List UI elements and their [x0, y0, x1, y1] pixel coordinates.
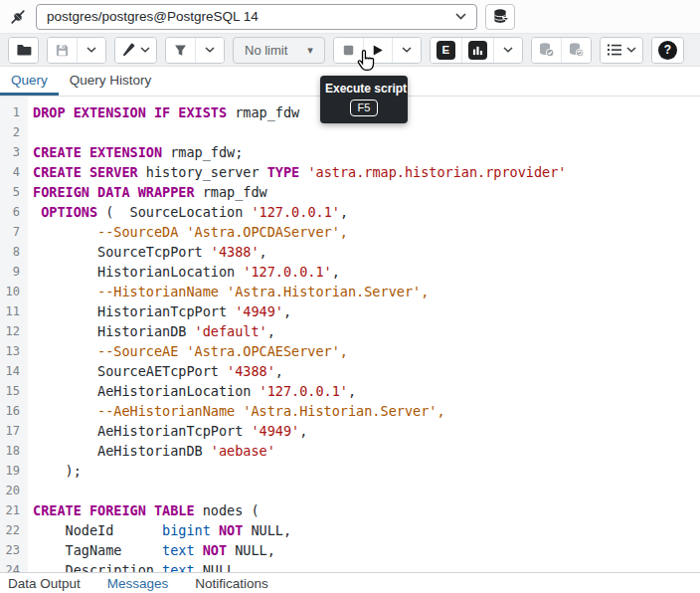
- query-toolbar: No limit ▾ E: [0, 34, 700, 67]
- line-number: 16: [0, 401, 28, 421]
- save-button-group: [47, 37, 106, 64]
- macro-dropdown-button[interactable]: [601, 38, 642, 63]
- macro-icon: [607, 43, 622, 57]
- line-number: 12: [0, 321, 28, 341]
- code-line: 4CREATE SERVER history_server TYPE 'astr…: [0, 162, 700, 182]
- filter-icon: [173, 43, 188, 58]
- filter-dropdown-button[interactable]: [195, 38, 224, 63]
- line-number: 18: [0, 441, 28, 461]
- explain-icon: E: [437, 41, 455, 60]
- chevron-down-icon: [87, 47, 96, 53]
- sql-editor[interactable]: 1DROP EXTENSION IF EXISTS rmap_fdw23CREA…: [0, 97, 700, 572]
- chevron-down-icon: [626, 47, 636, 53]
- edit-button-group: [114, 37, 157, 64]
- output-tab-bar: Data Output Messages Notifications: [0, 572, 700, 593]
- code-line: 10 --HistorianName 'Astra.Historian.Serv…: [0, 282, 700, 301]
- code-line: 12 HistorianDB 'default',: [0, 321, 700, 341]
- execute-script-tooltip: Execute script F5: [320, 76, 408, 123]
- code-line: 11 HistorianTcpPort '4949',: [0, 301, 700, 321]
- line-number: 3: [0, 142, 28, 162]
- line-number: 14: [0, 361, 28, 381]
- line-number: 23: [0, 540, 28, 560]
- commit-button[interactable]: [532, 38, 561, 63]
- new-connection-button[interactable]: [485, 4, 515, 30]
- code-line: 9 HistorianLocation '127.0.0.1',: [0, 262, 700, 282]
- explain-button[interactable]: E: [431, 38, 461, 63]
- tab-messages[interactable]: Messages: [107, 576, 169, 591]
- line-number: 9: [0, 262, 28, 282]
- code-line: 21CREATE FOREIGN TABLE nodes (: [0, 500, 700, 520]
- connection-select-value: postgres/postgres@PostgreSQL 14: [47, 9, 259, 24]
- connection-status-icon: [8, 7, 28, 27]
- caret-down-icon: ▾: [307, 44, 313, 57]
- save-button[interactable]: [48, 38, 77, 63]
- execute-button-group: [333, 37, 422, 64]
- tooltip-label: Execute script: [325, 82, 403, 96]
- tab-notifications[interactable]: Notifications: [195, 576, 268, 591]
- code-line: 13 --SourceAE 'Astra.OPCAEServer',: [0, 341, 700, 361]
- line-number: 15: [0, 381, 28, 401]
- code-line: 15 AeHistorianLocation '127.0.0.1',: [0, 381, 700, 401]
- code-line: 14 SourceAETcpPort '4388',: [0, 361, 700, 381]
- file-button-group: [8, 37, 39, 64]
- tab-query[interactable]: Query: [0, 67, 59, 96]
- filter-button-group: [165, 37, 225, 64]
- code-line: 7 --SourceDA 'Astra.OPCDAServer',: [0, 222, 700, 242]
- line-number: 21: [0, 500, 28, 520]
- help-button[interactable]: ?: [652, 38, 683, 63]
- open-file-icon: [16, 42, 32, 58]
- code-line: 22 NodeId bigint NOT NULL,: [0, 520, 700, 540]
- line-number: 20: [0, 481, 28, 500]
- line-number: 6: [0, 202, 28, 222]
- commit-icon: [538, 42, 555, 58]
- save-icon: [55, 43, 70, 58]
- line-number: 17: [0, 421, 28, 441]
- line-number: 11: [0, 301, 28, 321]
- filter-button[interactable]: [166, 38, 195, 63]
- line-number: 24: [0, 560, 28, 572]
- explain-button-group: E: [430, 37, 523, 64]
- code-line: 18 AeHistorianDB 'aebase': [0, 441, 700, 461]
- chevron-down-icon: [205, 47, 215, 53]
- edit-icon: [121, 43, 136, 58]
- chevron-down-icon: [455, 13, 466, 20]
- shortcut-key-badge: F5: [350, 99, 379, 116]
- execute-script-button[interactable]: [363, 38, 392, 63]
- code-line: 8 SourceTcpPort '4388',: [0, 242, 700, 262]
- tab-query-history[interactable]: Query History: [59, 67, 163, 96]
- line-number: 2: [0, 122, 28, 142]
- connection-select[interactable]: postgres/postgres@PostgreSQL 14: [36, 4, 477, 30]
- edit-dropdown-button[interactable]: [115, 38, 156, 63]
- save-dropdown-button[interactable]: [77, 38, 105, 63]
- connection-bar: postgres/postgres@PostgreSQL 14: [0, 0, 700, 34]
- code-line: 6 OPTIONS ( SourceLocation '127.0.0.1',: [0, 202, 700, 222]
- code-line: 20: [0, 481, 700, 500]
- code-line: 5FOREIGN DATA WRAPPER rmap_fdw: [0, 182, 700, 202]
- code-line: 24 Description text NULL,: [0, 560, 700, 572]
- line-number: 19: [0, 461, 28, 481]
- stop-icon: [341, 43, 356, 58]
- line-number: 5: [0, 182, 28, 202]
- code-line: 23 TagName text NOT NULL,: [0, 540, 700, 560]
- line-number: 10: [0, 282, 28, 301]
- line-number: 7: [0, 222, 28, 242]
- line-number: 1: [0, 102, 28, 122]
- code-line: 17 AeHistorianTcpPort '4949',: [0, 421, 700, 441]
- transaction-button-group: [531, 37, 592, 64]
- open-file-button[interactable]: [9, 38, 38, 63]
- macro-button-group: [600, 37, 643, 64]
- stop-button[interactable]: [334, 38, 363, 63]
- rollback-button[interactable]: [561, 38, 591, 63]
- line-number: 4: [0, 162, 28, 182]
- tab-data-output[interactable]: Data Output: [8, 576, 81, 591]
- code-line: 16 --AeHistorianName 'Astra.Historian.Se…: [0, 401, 700, 421]
- line-number: 22: [0, 520, 28, 540]
- explain-analyze-button[interactable]: [461, 38, 493, 63]
- help-icon: ?: [658, 41, 677, 60]
- row-limit-value: No limit: [245, 43, 287, 58]
- line-number: 13: [0, 341, 28, 361]
- explain-dropdown-button[interactable]: [493, 38, 522, 63]
- row-limit-select[interactable]: No limit ▾: [233, 37, 325, 64]
- execute-dropdown-button[interactable]: [392, 38, 421, 63]
- chevron-down-icon: [503, 47, 513, 53]
